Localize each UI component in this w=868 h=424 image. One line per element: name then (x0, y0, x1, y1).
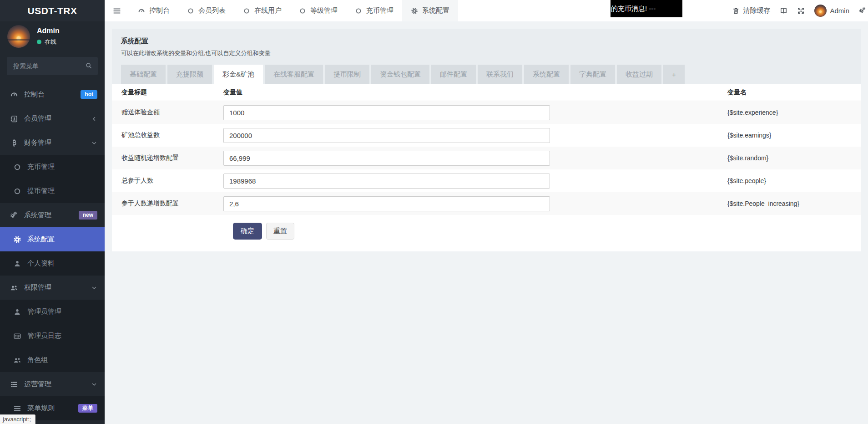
sidebar-menu: 控制台hot会员管理财务管理充币管理提币管理系统管理new系统配置个人资料权限管… (0, 82, 105, 420)
status-badge: hot (81, 90, 97, 99)
variable-value-input[interactable] (223, 196, 550, 211)
config-tab[interactable]: 彩金&矿池 (214, 65, 263, 84)
config-tab[interactable]: 资金钱包配置 (371, 65, 429, 84)
table-row: 赠送体验金额{$site.experience} (112, 101, 861, 124)
app-root: USDT-TRX Admin 在线 控制台hot会员管理财务管理充币管理提币管理… (0, 0, 868, 424)
config-tab[interactable]: 字典配置 (570, 65, 615, 84)
user-status-label: 在线 (45, 38, 56, 46)
fullscreen-icon (797, 7, 805, 15)
main-area: 控制台会员列表在线用户等级管理充币管理系统配置 的充币消息! --- 清除缓存 … (105, 0, 868, 424)
config-tab[interactable]: 联系我们 (478, 65, 522, 84)
table-body: 赠送体验金额{$site.experience}矿池总收益数{$site.ear… (112, 101, 861, 215)
reset-button[interactable]: 重置 (266, 223, 294, 240)
list-icon (10, 380, 18, 388)
clear-cache-button[interactable]: 清除缓存 (732, 6, 770, 15)
config-tab[interactable]: 基础配置 (121, 65, 166, 84)
sidebar-item-label: 权限管理 (24, 283, 51, 292)
search-icon (85, 62, 92, 69)
sidebar-item-label: 个人资料 (27, 259, 55, 268)
sidebar-item-admin-management[interactable]: 管理员管理 (0, 300, 105, 324)
sidebar-item-role-group[interactable]: 角色组 (0, 348, 105, 372)
sidebar-item-profile[interactable]: 个人资料 (0, 251, 105, 276)
variable-value-input[interactable] (223, 151, 550, 166)
variable-name: {$site.People_increasing} (727, 200, 861, 207)
config-tab[interactable]: 在线客服配置 (265, 65, 323, 84)
sidebar-item-label: 菜单规则 (27, 404, 55, 413)
variable-name: {$site.random} (727, 154, 861, 162)
online-dot-icon (37, 40, 41, 44)
config-tab[interactable]: 提币限制 (325, 65, 369, 84)
nav-tab-level-management[interactable]: 等级管理 (290, 0, 346, 21)
nav-tab-system-config[interactable]: 系统配置 (402, 0, 458, 21)
table-row: 矿池总收益数{$site.earnings} (112, 124, 861, 147)
sidebar-item-finance-management[interactable]: 财务管理 (0, 131, 105, 155)
fullscreen-button[interactable] (797, 7, 805, 15)
table-row: 收益随机递增数配置{$site.random} (112, 147, 861, 169)
column-header: 变量值 (223, 88, 727, 97)
table-row: 参于人数递增数配置{$site.People_increasing} (112, 192, 861, 215)
nav-tab-label: 充币管理 (366, 6, 394, 15)
sidebar-item-member-management[interactable]: 会员管理 (0, 107, 105, 131)
language-button[interactable] (780, 7, 787, 15)
variable-name: {$site.experience} (727, 109, 861, 116)
sidebar-item-deposit-management[interactable]: 充币管理 (0, 155, 105, 179)
gauge-icon (10, 91, 18, 99)
status-badge: new (79, 211, 97, 220)
sidebar-item-withdraw-management[interactable]: 提币管理 (0, 179, 105, 203)
nav-tab-label: 等级管理 (310, 6, 338, 15)
idcard-icon (13, 332, 21, 340)
users-icon (13, 356, 21, 364)
circle-icon (13, 163, 21, 171)
sidebar-item-label: 系统配置 (27, 235, 55, 244)
sidebar-item-label: 充币管理 (27, 163, 55, 171)
circle-icon (299, 7, 306, 15)
sidebar: USDT-TRX Admin 在线 控制台hot会员管理财务管理充币管理提币管理… (0, 0, 105, 424)
nav-tab-member-list[interactable]: 会员列表 (178, 0, 234, 21)
trash-icon (732, 7, 740, 15)
nav-tab-label: 在线用户 (254, 6, 282, 15)
sidebar-item-label: 财务管理 (24, 138, 51, 147)
settings-button[interactable] (859, 7, 867, 15)
config-tab[interactable]: 系统配置 (524, 65, 569, 84)
nav-tab-online-users[interactable]: 在线用户 (234, 0, 290, 21)
navbar-right-controls: 清除缓存 Admin (732, 0, 868, 21)
user-status: 在线 (37, 38, 60, 46)
search-input[interactable] (7, 57, 98, 75)
page-content: 系统配置 可以在此增改系统的变量和分组,也可以自定义分组和变量 基础配置充提限额… (105, 21, 868, 259)
nav-tab-deposit-management[interactable]: 充币管理 (346, 0, 402, 21)
nav-tab-label: 会员列表 (198, 6, 226, 15)
variable-title: 矿池总收益数 (112, 131, 223, 139)
sidebar-item-admin-log[interactable]: 管理员日志 (0, 324, 105, 348)
sidebar-item-label: 会员管理 (24, 114, 51, 123)
variable-value-input[interactable] (223, 128, 550, 143)
bitcoin-icon (10, 139, 18, 147)
sidebar-item-system-config[interactable]: 系统配置 (0, 227, 105, 251)
sidebar-item-system-management[interactable]: 系统管理new (0, 203, 105, 227)
add-tab-button[interactable]: + (663, 65, 685, 84)
bars-icon (13, 404, 21, 413)
sidebar-item-dashboard[interactable]: 控制台hot (0, 82, 105, 107)
profile-menu[interactable]: Admin (814, 5, 849, 17)
sidebar-toggle-button[interactable] (105, 0, 129, 21)
clear-cache-label: 清除缓存 (743, 6, 770, 15)
sidebar-item-label: 角色组 (27, 356, 48, 364)
nav-tab-label: 控制台 (149, 6, 170, 15)
avatar (814, 5, 827, 17)
variable-value-input[interactable] (223, 174, 550, 189)
sidebar-item-label: 提币管理 (27, 187, 55, 195)
sidebar-item-operation-management[interactable]: 运营管理 (0, 372, 105, 396)
avatar[interactable] (7, 25, 30, 48)
config-tab[interactable]: 邮件配置 (431, 65, 476, 84)
sidebar-item-permission-management[interactable]: 权限管理 (0, 276, 105, 300)
profile-name: Admin (830, 7, 849, 15)
variable-name: {$site.earnings} (727, 132, 861, 139)
config-tab[interactable]: 充提限额 (167, 65, 212, 84)
notification-ticker[interactable]: 的充币消息! --- (611, 0, 682, 17)
nav-tab-dashboard[interactable]: 控制台 (129, 0, 178, 21)
users-icon (10, 284, 18, 292)
chevron-down-icon (91, 140, 97, 146)
submit-button[interactable]: 确定 (233, 223, 262, 240)
variable-value-input[interactable] (223, 105, 550, 120)
variable-title: 总参于人数 (112, 177, 223, 185)
config-tab[interactable]: 收益过期 (617, 65, 661, 84)
